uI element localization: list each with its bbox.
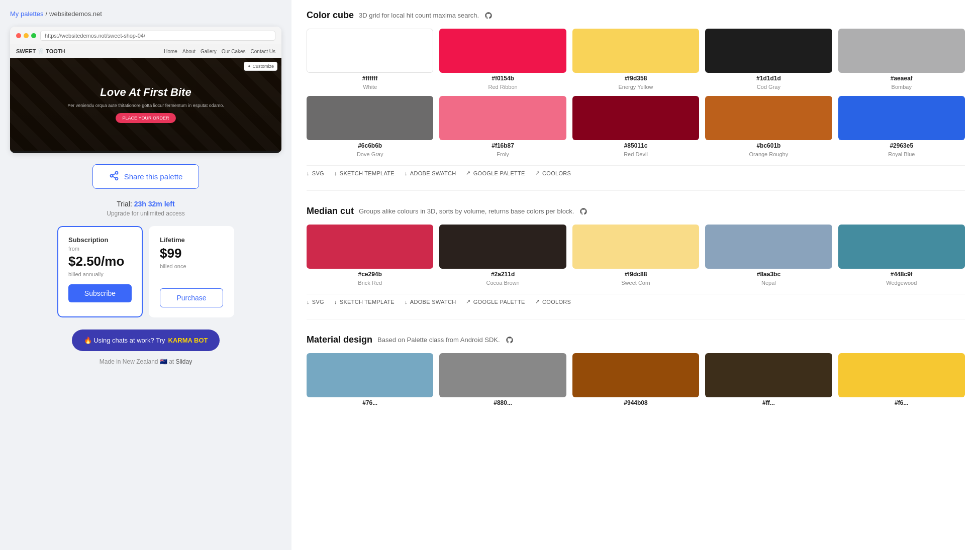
swatch-name-brick-red: Brick Red xyxy=(358,280,382,286)
swatch-sweet-corn: #f9dc88 Sweet Corn xyxy=(572,225,699,286)
swatch-cocoa-brown: #2a211d Cocoa Brown xyxy=(439,225,566,286)
share-palette-button[interactable]: Share this palette xyxy=(92,164,200,189)
trial-section: Trial: 23h 32m left Upgrade for unlimite… xyxy=(107,200,184,217)
browser-bar: https://websitedemos.not/sweet-shop-04/ xyxy=(10,27,281,45)
color-cube-github-icon[interactable] xyxy=(484,11,493,20)
swatch-name-nepal: Nepal xyxy=(761,280,776,286)
color-cube-grid: #ffffff White #f0154b Red Ribbon #f9d358… xyxy=(307,29,965,157)
swatch-box-material-5 xyxy=(838,353,965,397)
mc-svg-button[interactable]: ↓ SVG xyxy=(307,299,324,305)
material-design-github-icon[interactable] xyxy=(505,336,514,345)
swatch-name-royal-blue: Royal Blue xyxy=(888,151,915,157)
external-coolors-icon: ↗ xyxy=(535,170,540,176)
customize-badge: ✦ Customize xyxy=(244,62,277,71)
nav-about: About xyxy=(182,49,195,54)
swatch-name-red-ribbon: Red Ribbon xyxy=(488,84,518,90)
hero-cta-button[interactable]: PLACE YOUR ORDER xyxy=(116,113,176,123)
color-cube-section: Color cube 3D grid for local hit count m… xyxy=(307,10,965,191)
swatch-name-white: White xyxy=(363,84,377,90)
subscribe-button[interactable]: Subscribe xyxy=(68,284,132,302)
google-palette-button[interactable]: ↗ GOOGLE PALETTE xyxy=(466,170,525,176)
mc-adobe-button[interactable]: ↓ ADOBE SWATCH xyxy=(405,299,456,305)
swatch-box-cod-gray xyxy=(705,29,832,73)
trial-info: Trial: 23h 32m left xyxy=(107,200,184,208)
my-palettes-link[interactable]: My palettes xyxy=(10,10,43,18)
trial-sublabel: Upgrade for unlimited access xyxy=(107,210,184,217)
swatch-material-4: #ff... xyxy=(705,353,832,408)
footer-link[interactable]: Sliday xyxy=(176,358,192,365)
dot-green xyxy=(31,33,36,38)
median-cut-desc: Groups alike colours in 3D, sorts by vol… xyxy=(359,207,574,215)
material-design-desc: Based on Palette class from Android SDK. xyxy=(377,336,500,344)
material-design-grid: #76... #880... #944b08 #ff... #f6... xyxy=(307,353,965,408)
swatch-box-wedgewood xyxy=(838,225,965,269)
swatch-box-energy-yellow xyxy=(572,29,699,73)
material-design-title: Material design xyxy=(307,335,372,345)
swatch-name-orange-roughy: Orange Roughy xyxy=(749,151,789,157)
subscription-plan-name: Subscription xyxy=(68,236,132,244)
swatch-name-wedgewood: Wedgewood xyxy=(886,280,917,286)
mc-coolors-button[interactable]: ↗ COOLORS xyxy=(535,298,571,305)
left-panel: My palettes / websitedemos.net https://w… xyxy=(0,0,291,550)
download-sketch-icon: ↓ xyxy=(334,170,337,176)
karma-text: 🔥 Using chats at work? Try xyxy=(84,337,165,344)
swatch-red-devil: #85011c Red Devil xyxy=(572,96,699,157)
mc-coolors-label: COOLORS xyxy=(542,299,571,305)
swatch-box-royal-blue xyxy=(838,96,965,140)
svg-point-2 xyxy=(115,177,118,180)
nav-contact: Contact Us xyxy=(251,49,275,54)
swatch-hex-sweet-corn: #f9dc88 xyxy=(625,271,647,278)
svg-label: SVG xyxy=(312,170,324,176)
lifetime-plan-name: Lifetime xyxy=(160,236,223,244)
swatch-nepal: #8aa3bc Nepal xyxy=(705,225,832,286)
mc-google-button[interactable]: ↗ GOOGLE PALETTE xyxy=(466,298,525,305)
median-cut-github-icon[interactable] xyxy=(579,207,588,216)
karma-link[interactable]: KARMA BOT xyxy=(168,337,208,344)
swatch-hex-red-ribbon: #f0154b xyxy=(492,75,514,82)
coolors-button[interactable]: ↗ COOLORS xyxy=(535,170,571,176)
adobe-swatch-button[interactable]: ↓ ADOBE SWATCH xyxy=(405,170,456,176)
sketch-label: SKETCH TEMPLATE xyxy=(340,170,395,176)
swatch-brick-red: #ce294b Brick Red xyxy=(307,225,433,286)
mc-external-coolors-icon: ↗ xyxy=(535,298,540,305)
swatch-box-red-devil xyxy=(572,96,699,140)
browser-mockup: https://websitedemos.not/sweet-shop-04/ … xyxy=(10,27,281,153)
right-panel: Color cube 3D grid for local hit count m… xyxy=(291,0,980,550)
swatch-box-orange-roughy xyxy=(705,96,832,140)
swatch-hex-material-5: #f6... xyxy=(895,399,908,406)
swatch-name-cod-gray: Cod Gray xyxy=(757,84,780,90)
breadcrumb-page: websitedemos.net xyxy=(49,10,102,18)
nav-cakes: Our Cakes xyxy=(222,49,246,54)
browser-nav-links: Home About Gallery Our Cakes Contact Us xyxy=(164,49,275,54)
coolors-label: COOLORS xyxy=(542,170,571,176)
swatch-hex-material-4: #ff... xyxy=(762,399,775,406)
mc-sketch-button[interactable]: ↓ SKETCH TEMPLATE xyxy=(334,299,395,305)
median-cut-title: Median cut xyxy=(307,206,354,216)
swatch-cod-gray: #1d1d1d Cod Gray xyxy=(705,29,832,90)
subscription-billing: billed annually xyxy=(68,271,132,277)
svg-download-button[interactable]: ↓ SVG xyxy=(307,170,324,176)
purchase-button[interactable]: Purchase xyxy=(160,288,223,307)
subscription-from: from xyxy=(68,246,132,252)
swatch-white: #ffffff White xyxy=(307,29,433,90)
swatch-hex-royal-blue: #2963e5 xyxy=(890,142,913,149)
swatch-hex-material-1: #76... xyxy=(362,399,377,406)
browser-nav: SWEET 🦷 TOOTH Home About Gallery Our Cak… xyxy=(10,45,281,58)
swatch-red-ribbon: #f0154b Red Ribbon xyxy=(439,29,566,90)
color-cube-header: Color cube 3D grid for local hit count m… xyxy=(307,10,965,21)
sketch-template-button[interactable]: ↓ SKETCH TEMPLATE xyxy=(334,170,395,176)
footer: Made in New Zealand 🇳🇿 at Sliday xyxy=(100,358,192,365)
nav-gallery: Gallery xyxy=(201,49,217,54)
swatch-hex-bombay: #aeaeaf xyxy=(891,75,913,82)
nav-home: Home xyxy=(164,49,177,54)
mc-svg-label: SVG xyxy=(312,299,324,305)
swatch-name-cocoa-brown: Cocoa Brown xyxy=(486,280,520,286)
swatch-name-froly: Froly xyxy=(497,151,509,157)
svg-point-0 xyxy=(115,172,118,174)
material-design-section: Material design Based on Palette class f… xyxy=(307,335,965,426)
trial-label: Trial: xyxy=(117,200,132,208)
external-google-icon: ↗ xyxy=(466,170,470,176)
swatch-name-dove-gray: Dove Gray xyxy=(357,151,383,157)
lifetime-price: $99 xyxy=(160,246,223,261)
dot-red xyxy=(16,33,21,38)
